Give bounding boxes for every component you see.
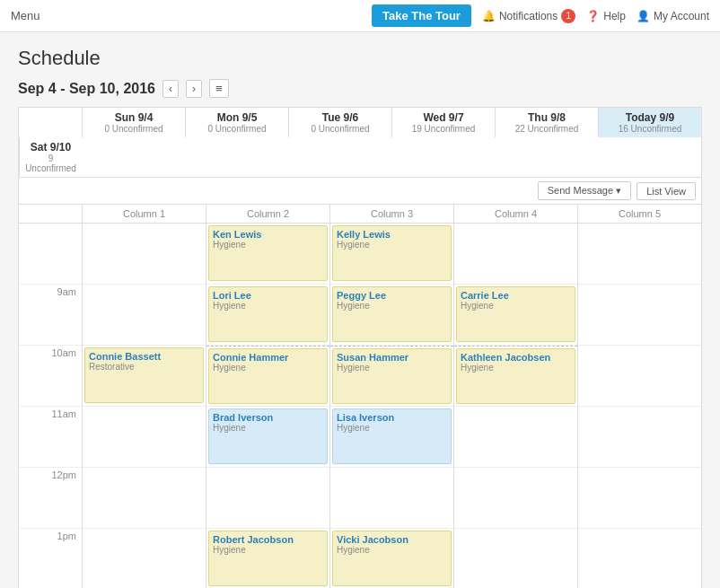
- user-icon: 👤: [637, 10, 650, 22]
- slot-c5-r1: [578, 285, 701, 346]
- appt-ken-lewis[interactable]: Ken Lewis Hygiene: [208, 225, 328, 281]
- slot-c2-r2: Connie Hammer Hygiene: [206, 346, 329, 407]
- col-header-2: Column 2: [206, 205, 329, 223]
- slot-c5-r5: [578, 529, 701, 588]
- grid-view-button[interactable]: ≡: [209, 79, 229, 98]
- wed-unconfirmed: 19 Unconfirmed: [394, 124, 493, 134]
- time-11am: 11am: [19, 407, 82, 468]
- slot-c5-r3: [578, 407, 701, 468]
- slot-c5-r0: [578, 224, 701, 285]
- slot-c2-r4: [206, 468, 329, 529]
- col-header-5: Column 5: [577, 205, 701, 223]
- appt-vicki-jacobson[interactable]: Vicki Jacobson Hygiene: [332, 531, 452, 586]
- list-view-button[interactable]: List View: [637, 182, 696, 200]
- appt-connie-hammer[interactable]: Connie Hammer Hygiene: [208, 348, 328, 404]
- today-label: Today 9/9: [601, 111, 699, 124]
- appt-robert-jacobson[interactable]: Robert Jacobson Hygiene: [208, 531, 328, 586]
- header-spacer: [19, 108, 82, 137]
- notification-badge: 1: [561, 9, 575, 23]
- sat-label: Sat 9/10: [22, 141, 80, 154]
- appt-kelly-lewis[interactable]: Kelly Lewis Hygiene: [332, 225, 452, 281]
- slot-c5-r2: [578, 346, 701, 407]
- sun-unconfirmed: 0 Unconfirmed: [84, 124, 183, 134]
- slot-c4-r2: Kathleen Jacobsen Hygiene: [454, 346, 577, 407]
- next-week-button[interactable]: ›: [186, 80, 202, 98]
- slot-c3-r3: Lisa Iverson Hygiene: [330, 407, 453, 468]
- time-1pm: 1pm: [19, 529, 82, 588]
- slot-c2-r0: Ken Lewis Hygiene: [206, 224, 329, 285]
- header-thu[interactable]: Thu 9/8 22 Unconfirmed: [495, 108, 598, 137]
- slot-c3-r2: Susan Hammer Hygiene: [330, 346, 453, 407]
- help-label: Help: [603, 10, 626, 22]
- appt-carrie-lee[interactable]: Carrie Lee Hygiene: [456, 286, 575, 342]
- thu-unconfirmed: 22 Unconfirmed: [497, 124, 596, 134]
- wed-label: Wed 9/7: [394, 111, 493, 124]
- notifications-item[interactable]: 🔔 Notifications 1: [482, 9, 575, 23]
- slot-c1-r1: [83, 285, 206, 346]
- slot-c2-r5: Robert Jacobson Hygiene: [206, 529, 329, 588]
- slot-c3-r1: Peggy Lee Hygiene: [330, 285, 453, 346]
- top-nav: Menu Take The Tour 🔔 Notifications 1 ❓ H…: [0, 0, 720, 32]
- today-unconfirmed: 16 Unconfirmed: [601, 124, 699, 134]
- slot-c1-r2: Connie Bassett Restorative: [83, 346, 206, 407]
- col-header-1: Column 1: [82, 205, 206, 223]
- top-nav-right: Take The Tour 🔔 Notifications 1 ❓ Help 👤…: [372, 4, 709, 27]
- col-header-3: Column 3: [329, 205, 453, 223]
- date-range: Sep 4 - Sep 10, 2016: [18, 81, 155, 97]
- appt-connie-bassett[interactable]: Connie Bassett Restorative: [84, 347, 204, 403]
- slot-c3-r4: [330, 468, 453, 529]
- appt-susan-hammer[interactable]: Susan Hammer Hygiene: [332, 348, 452, 404]
- prev-week-button[interactable]: ‹: [162, 80, 179, 98]
- data-col-3: Kelly Lewis Hygiene Peggy Lee Hygiene Su…: [329, 224, 453, 588]
- slot-c4-r1: Carrie Lee Hygiene: [454, 285, 577, 346]
- slot-c5-r4: [578, 468, 701, 529]
- bell-icon: 🔔: [482, 10, 496, 22]
- tue-label: Tue 9/6: [291, 111, 390, 124]
- toolbar-row: Send Message List View: [18, 177, 702, 204]
- appt-kathleen-jacobsen[interactable]: Kathleen Jacobsen Hygiene: [456, 348, 575, 404]
- thu-label: Thu 9/8: [497, 111, 596, 124]
- help-icon: ❓: [586, 10, 600, 22]
- slot-c4-r3: [454, 407, 577, 468]
- slot-c2-r3: Brad Iverson Hygiene: [206, 407, 329, 468]
- slot-c2-r1: Lori Lee Hygiene: [206, 285, 329, 346]
- time-12pm: 12pm: [19, 468, 82, 529]
- slot-c1-r3: [83, 407, 206, 468]
- take-tour-button[interactable]: Take The Tour: [372, 4, 471, 27]
- header-today[interactable]: Today 9/9 16 Unconfirmed: [598, 108, 701, 137]
- send-message-button[interactable]: Send Message: [538, 181, 631, 200]
- time-column: 9am 10am 11am 12pm 1pm 2pm: [19, 224, 82, 588]
- mon-label: Mon 9/5: [188, 111, 286, 124]
- time-10am: 10am: [19, 346, 82, 407]
- slot-c3-r0: Kelly Lewis Hygiene: [330, 224, 453, 285]
- my-account-item[interactable]: 👤 My Account: [637, 10, 709, 22]
- col-header-spacer: [19, 205, 82, 223]
- appt-brad-iverson[interactable]: Brad Iverson Hygiene: [208, 408, 328, 464]
- notifications-label: Notifications: [499, 10, 558, 22]
- page-content: Schedule Sep 4 - Sep 10, 2016 ‹ › ≡ Sun …: [0, 32, 720, 588]
- slot-c1-r5: [83, 529, 206, 588]
- slot-c4-r0: [454, 224, 577, 285]
- data-col-1: Connie Bassett Restorative Melissa Becke…: [82, 224, 206, 588]
- header-sun[interactable]: Sun 9/4 0 Unconfirmed: [82, 108, 185, 137]
- appt-lori-lee[interactable]: Lori Lee Hygiene: [208, 286, 328, 342]
- slot-c4-r5: [454, 529, 577, 588]
- header-wed[interactable]: Wed 9/7 19 Unconfirmed: [391, 108, 495, 137]
- tue-unconfirmed: 0 Unconfirmed: [291, 124, 390, 134]
- slot-c1-r4: [83, 468, 206, 529]
- appt-peggy-lee[interactable]: Peggy Lee Hygiene: [332, 286, 452, 342]
- calendar-grid: 9am 10am 11am 12pm 1pm 2pm Connie Basset…: [18, 223, 702, 588]
- slot-c4-r4: [454, 468, 577, 529]
- header-mon[interactable]: Mon 9/5 0 Unconfirmed: [185, 108, 288, 137]
- header-tue[interactable]: Tue 9/6 0 Unconfirmed: [288, 108, 391, 137]
- column-header-row: Column 1 Column 2 Column 3 Column 4 Colu…: [18, 204, 702, 223]
- data-col-2: Ken Lewis Hygiene Lori Lee Hygiene Conni…: [206, 224, 329, 588]
- slot-c3-r5: Vicki Jacobson Hygiene: [330, 529, 453, 588]
- sat-unconfirmed: 9 Unconfirmed: [22, 154, 80, 173]
- header-sat[interactable]: Sat 9/10 9 Unconfirmed: [19, 137, 82, 177]
- help-item[interactable]: ❓ Help: [586, 10, 626, 22]
- menu-label[interactable]: Menu: [11, 9, 40, 22]
- data-col-4: Carrie Lee Hygiene Kathleen Jacobsen Hyg…: [453, 224, 577, 588]
- sun-label: Sun 9/4: [84, 111, 183, 124]
- appt-lisa-iverson[interactable]: Lisa Iverson Hygiene: [332, 408, 452, 464]
